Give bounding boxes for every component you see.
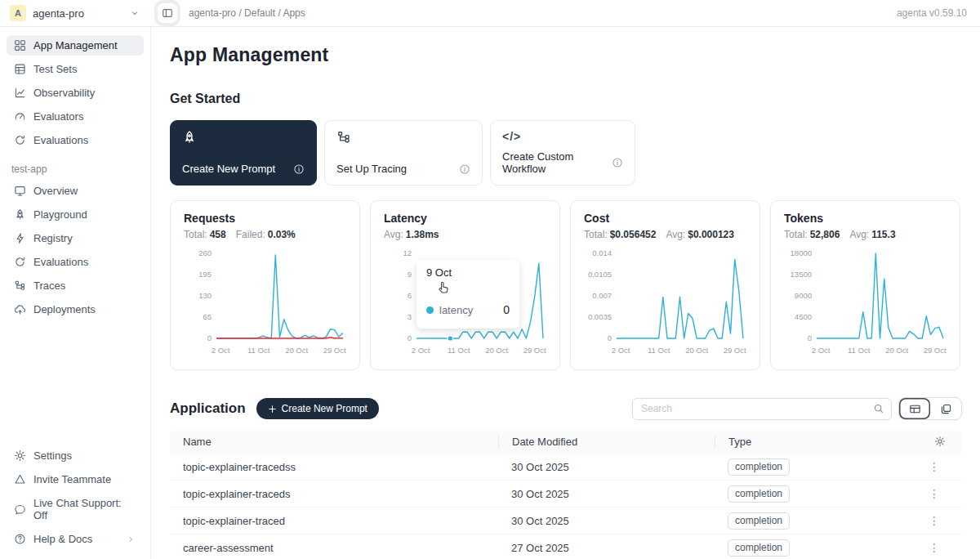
workspace-selector[interactable]: A agenta-pro xyxy=(0,5,151,21)
metric-value: $0.000123 xyxy=(688,229,734,240)
create-new-prompt-button[interactable]: Create New Prompt xyxy=(256,398,379,419)
sidebar-item-label: Live Chat Support: Off xyxy=(33,497,136,521)
stat-card-latency: LatencyAvg:1.38ms1296302 Oct11 Oct20 Oct… xyxy=(370,200,560,370)
sidebar-item-label: Settings xyxy=(33,449,72,462)
svg-text:6: 6 xyxy=(408,291,412,300)
metric-value: 458 xyxy=(210,229,226,240)
metric-value: 0.03% xyxy=(268,229,296,240)
sidebar-item-evaluations[interactable]: Evaluations xyxy=(7,130,144,150)
table-row[interactable]: career-assessment27 Oct 2025completion⋮ xyxy=(170,534,962,559)
table-row[interactable]: topic-explainer-traced30 Oct 2025complet… xyxy=(170,508,962,534)
sidebar-item-help-docs[interactable]: Help & Docs xyxy=(7,529,144,549)
application-section: Application Create New Prompt xyxy=(170,397,962,559)
svg-text:260: 260 xyxy=(198,248,212,257)
column-header-date-modified: Date Modified xyxy=(498,436,715,449)
sidebar-collapse-button[interactable] xyxy=(158,3,177,23)
workspace-avatar: A xyxy=(10,5,26,21)
card-view-button[interactable] xyxy=(930,398,961,419)
row-more-button[interactable]: ⋮ xyxy=(890,541,962,554)
sidebar-item-label: Traces xyxy=(33,280,65,292)
svg-text:20 Oct: 20 Oct xyxy=(885,346,908,355)
sidebar-item-registry[interactable]: Registry xyxy=(7,228,144,248)
get-started-card-create-custom-workflow[interactable]: </>Create Custom Workflow xyxy=(490,120,635,186)
svg-text:0: 0 xyxy=(808,333,812,342)
column-settings-gear-icon[interactable] xyxy=(934,436,946,447)
sidebar: App ManagementTest SetsObservabilityEval… xyxy=(0,27,151,559)
app-name: career-assessment xyxy=(170,542,498,554)
panel-left-icon xyxy=(162,7,173,19)
sidebar-item-settings[interactable]: Settings xyxy=(7,445,144,466)
svg-text:4500: 4500 xyxy=(795,312,812,321)
hovered-point-marker xyxy=(448,336,452,341)
svg-text:11 Oct: 11 Oct xyxy=(448,346,470,355)
table-row[interactable]: topic-explainer-tracedss30 Oct 2025compl… xyxy=(170,454,962,481)
search-input[interactable] xyxy=(632,398,892,420)
sidebar-item-evaluators[interactable]: Evaluators xyxy=(7,106,144,127)
stat-card-metrics: Total:52,806Avg:115.3 xyxy=(784,229,947,240)
gauge-icon xyxy=(14,110,26,123)
app-name: topic-explainer-traced xyxy=(170,515,498,527)
get-started-card-create-new-prompt[interactable]: Create New Prompt xyxy=(170,120,317,186)
svg-text:65: 65 xyxy=(203,312,212,321)
sidebar-item-traces[interactable]: Traces xyxy=(7,275,144,296)
sidebar-item-test-sets[interactable]: Test Sets xyxy=(7,59,144,79)
get-started-card-set-up-tracing[interactable]: Set Up Tracing xyxy=(324,120,483,186)
cost-series-line xyxy=(617,259,743,338)
info-icon[interactable] xyxy=(459,163,470,175)
table-row[interactable]: topic-explainer-traceds30 Oct 2025comple… xyxy=(170,481,962,508)
type-badge: completion xyxy=(728,512,790,530)
sidebar-item-deployments[interactable]: Deployments xyxy=(7,299,144,320)
sidebar-item-label: Playground xyxy=(33,208,87,221)
cloud-icon xyxy=(14,303,26,315)
sidebar-item-app-management[interactable]: App Management xyxy=(7,35,144,56)
row-more-button[interactable]: ⋮ xyxy=(890,460,962,473)
info-icon[interactable] xyxy=(293,163,305,175)
svg-text:29 Oct: 29 Oct xyxy=(323,346,346,355)
row-more-button[interactable]: ⋮ xyxy=(890,487,962,500)
metric-label: Total: xyxy=(584,229,608,240)
stat-card-title: Cost xyxy=(584,212,746,225)
chevron-right-icon xyxy=(124,533,136,545)
table-view-button[interactable] xyxy=(899,398,930,419)
sidebar-item-invite-teammate[interactable]: Invite Teammate xyxy=(7,469,144,490)
stat-card-title: Tokens xyxy=(784,212,947,225)
metric-label: Failed: xyxy=(236,229,265,240)
svg-text:0: 0 xyxy=(608,333,612,342)
sidebar-item-playground[interactable]: Playground xyxy=(7,204,144,225)
stats-cards: RequestsTotal:458Failed:0.03%26019513065… xyxy=(170,200,962,370)
sidebar-item-observability[interactable]: Observability xyxy=(7,83,144,103)
stat-card-requests: RequestsTotal:458Failed:0.03%26019513065… xyxy=(170,200,360,370)
stat-card-metrics: Total:$0.056452Avg:$0.000123 xyxy=(584,229,746,240)
svg-text:9: 9 xyxy=(408,270,412,279)
stat-card-cost: CostTotal:$0.056452Avg:$0.0001230.0140.0… xyxy=(570,200,760,370)
app-version: agenta v0.59.10 xyxy=(897,7,980,19)
requests-series-line xyxy=(216,255,343,338)
sidebar-item-overview[interactable]: Overview xyxy=(7,181,144,201)
stat-card-title: Requests xyxy=(184,212,346,225)
metric-label: Avg: xyxy=(849,229,869,240)
svg-text:20 Oct: 20 Oct xyxy=(685,346,708,355)
table-header: NameDate ModifiedType xyxy=(170,431,962,454)
sidebar-item-evaluations[interactable]: Evaluations xyxy=(7,252,144,272)
top-bar: A agenta-pro agenta-pro / Default / Apps… xyxy=(0,0,980,27)
search-icon[interactable] xyxy=(873,403,884,414)
refresh-icon xyxy=(14,134,26,146)
chat-icon xyxy=(14,503,26,516)
plus-icon xyxy=(268,405,277,414)
rocket-icon xyxy=(182,130,197,145)
date-modified: 30 Oct 2025 xyxy=(498,461,715,473)
main-content: App Management Get Started Create New Pr… xyxy=(151,27,980,559)
metric-value: 52,806 xyxy=(810,229,840,240)
legend-dot xyxy=(426,306,434,314)
info-icon[interactable] xyxy=(612,157,623,168)
svg-text:2 Oct: 2 Oct xyxy=(812,346,831,355)
view-toggle xyxy=(898,397,962,420)
breadcrumb[interactable]: agenta-pro / Default / Apps xyxy=(189,7,305,19)
type-badge: completion xyxy=(728,539,790,557)
sidebar-item-label: Help & Docs xyxy=(33,533,92,545)
refresh-icon xyxy=(14,256,26,268)
stat-card-metrics: Avg:1.38ms xyxy=(384,229,546,240)
row-more-button[interactable]: ⋮ xyxy=(890,514,962,527)
sidebar-item-live-chat-support-off[interactable]: Live Chat Support: Off xyxy=(7,493,144,525)
svg-text:29 Oct: 29 Oct xyxy=(724,346,746,355)
